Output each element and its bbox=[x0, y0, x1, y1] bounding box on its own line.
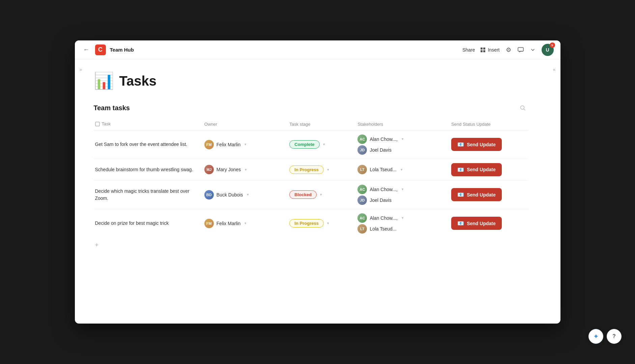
svg-rect-1 bbox=[483, 48, 485, 50]
app-title: Team Hub bbox=[110, 47, 134, 53]
right-sidebar-collapse: « bbox=[548, 59, 560, 324]
send-update-label: Send Update bbox=[467, 142, 496, 147]
owner-avatar: FM bbox=[204, 140, 214, 149]
owner-cell: FM Felix Marlin ▾ bbox=[204, 209, 290, 238]
col-header-task: Task bbox=[94, 119, 204, 130]
owner-cell: MJ Mary Jones ▾ bbox=[204, 159, 290, 180]
send-update-button[interactable]: 📧 Send Update bbox=[451, 138, 502, 151]
stakeholder-row: JD Joel Davis bbox=[357, 195, 447, 205]
owner-name: Felix Marlin bbox=[217, 142, 241, 147]
stage-cell: Complete ▾ bbox=[289, 130, 357, 159]
tasks-table: Task Owner Task stage Stakeholders Send … bbox=[94, 119, 528, 238]
stakeholder-name: Alan Chow..., bbox=[370, 187, 398, 192]
stage-cell: In Progress ▾ bbox=[289, 159, 357, 180]
owner-avatar: MJ bbox=[204, 165, 214, 174]
send-update-button[interactable]: 📧 Send Update bbox=[451, 217, 502, 230]
left-sidebar-collapse: » bbox=[75, 59, 87, 324]
send-update-cell: 📧 Send Update bbox=[451, 209, 528, 238]
stakeholder-avatar: AC bbox=[357, 185, 367, 194]
stage-dropdown[interactable]: ▾ bbox=[327, 221, 329, 225]
sparkle-button[interactable]: ✦ bbox=[588, 329, 603, 344]
search-icon bbox=[520, 105, 526, 111]
grid-icon bbox=[480, 47, 486, 53]
section-header: Team tasks bbox=[94, 102, 528, 113]
stakeholder-avatar: LT bbox=[357, 165, 367, 174]
task-col-icon bbox=[95, 122, 100, 126]
owner-dropdown[interactable]: ▾ bbox=[247, 192, 249, 197]
chevron-down-icon[interactable] bbox=[529, 47, 536, 53]
stakeholder-name: Alan Chow..., bbox=[370, 215, 398, 221]
notification-badge: 5 bbox=[550, 42, 555, 48]
add-row-button[interactable]: + bbox=[94, 238, 100, 253]
expand-left-button[interactable]: » bbox=[76, 65, 86, 74]
stakeholders-cell: LT Lola Tseud... ▾ bbox=[357, 159, 451, 180]
send-icon: 📧 bbox=[457, 166, 464, 173]
stakeholder-row: AC Alan Chow..., ▾ bbox=[357, 213, 447, 223]
stage-dropdown[interactable]: ▾ bbox=[323, 142, 325, 147]
stakeholder-row: LT Lola Tseud... ▾ bbox=[357, 165, 447, 174]
section-title: Team tasks bbox=[94, 104, 130, 112]
collapse-right-button[interactable]: « bbox=[550, 65, 559, 74]
stakeholder-dropdown[interactable]: ▾ bbox=[402, 137, 404, 141]
settings-icon[interactable]: ⚙ bbox=[505, 47, 512, 53]
stage-badge: Complete bbox=[289, 140, 319, 149]
table-row: Decide which magic tricks translate best… bbox=[94, 180, 528, 209]
floating-buttons: ✦ ? bbox=[588, 329, 622, 344]
send-update-label: Send Update bbox=[467, 221, 496, 226]
stakeholder-dropdown[interactable]: ▾ bbox=[401, 168, 403, 172]
send-update-label: Send Update bbox=[467, 192, 496, 198]
topbar-left: ← C Team Hub bbox=[82, 44, 134, 55]
stakeholder-dropdown[interactable]: ▾ bbox=[402, 187, 404, 191]
chat-icon[interactable] bbox=[517, 47, 524, 53]
svg-rect-0 bbox=[481, 48, 483, 50]
share-button[interactable]: Share bbox=[462, 47, 475, 53]
stage-dropdown[interactable]: ▾ bbox=[327, 168, 329, 172]
stage-dropdown[interactable]: ▾ bbox=[320, 192, 322, 197]
owner-cell: BD Buck Dubois ▾ bbox=[204, 180, 290, 209]
send-icon: 📧 bbox=[457, 191, 464, 198]
owner-dropdown[interactable]: ▾ bbox=[244, 142, 247, 147]
stakeholder-dropdown[interactable]: ▾ bbox=[402, 216, 404, 220]
send-update-button[interactable]: 📧 Send Update bbox=[451, 163, 502, 176]
send-update-label: Send Update bbox=[467, 167, 496, 172]
owner-avatar: BD bbox=[204, 190, 214, 200]
svg-rect-2 bbox=[481, 50, 483, 52]
task-cell: Decide which magic tricks translate best… bbox=[94, 180, 204, 209]
owner-name: Mary Jones bbox=[217, 167, 241, 172]
stakeholder-avatar: JD bbox=[357, 145, 367, 155]
stakeholder-row: JD Joel Davis bbox=[357, 145, 447, 155]
table-row: Schedule brainstorm for thumb wrestling … bbox=[94, 159, 528, 180]
svg-rect-6 bbox=[95, 122, 99, 126]
back-button[interactable]: ← bbox=[82, 45, 91, 55]
stage-badge: Blocked bbox=[289, 190, 317, 199]
stakeholder-avatar: AC bbox=[357, 134, 367, 144]
stakeholder-name: Alan Chow..., bbox=[370, 136, 398, 142]
owner-dropdown[interactable]: ▾ bbox=[244, 221, 247, 225]
app-logo: C bbox=[95, 44, 106, 55]
topbar-right: Share Insert ⚙ bbox=[462, 44, 553, 56]
owner-avatar: FM bbox=[204, 219, 214, 228]
stakeholders-cell: AC Alan Chow..., ▾ JD Joel Davis bbox=[357, 180, 451, 209]
insert-button[interactable]: Insert bbox=[480, 47, 499, 53]
col-header-send: Send Status Update bbox=[451, 119, 528, 130]
page-header: 📊 Tasks bbox=[94, 73, 528, 89]
main-layout: » 📊 Tasks Team tasks bbox=[75, 59, 560, 324]
page-icon: 📊 bbox=[94, 73, 114, 89]
stage-badge: In Progress bbox=[289, 219, 324, 228]
topbar: ← C Team Hub Share Insert ⚙ bbox=[75, 40, 560, 59]
stakeholder-avatar: JD bbox=[357, 195, 367, 205]
owner-dropdown[interactable]: ▾ bbox=[245, 168, 247, 172]
send-update-button[interactable]: 📧 Send Update bbox=[451, 188, 502, 201]
stakeholder-name: Joel Davis bbox=[370, 147, 392, 153]
stakeholder-row: LT Lola Tseud... bbox=[357, 224, 447, 234]
stakeholder-avatar: LT bbox=[357, 224, 367, 234]
table-row: Get Sam to fork over the event attendee … bbox=[94, 130, 528, 159]
svg-rect-4 bbox=[518, 48, 523, 51]
help-button[interactable]: ? bbox=[607, 329, 622, 344]
stakeholder-avatar: AC bbox=[357, 213, 367, 223]
col-header-owner: Owner bbox=[204, 119, 290, 130]
task-cell: Get Sam to fork over the event attendee … bbox=[94, 130, 204, 159]
user-avatar[interactable]: U 5 bbox=[542, 44, 554, 56]
send-icon: 📧 bbox=[457, 220, 464, 226]
search-button[interactable] bbox=[517, 102, 528, 113]
